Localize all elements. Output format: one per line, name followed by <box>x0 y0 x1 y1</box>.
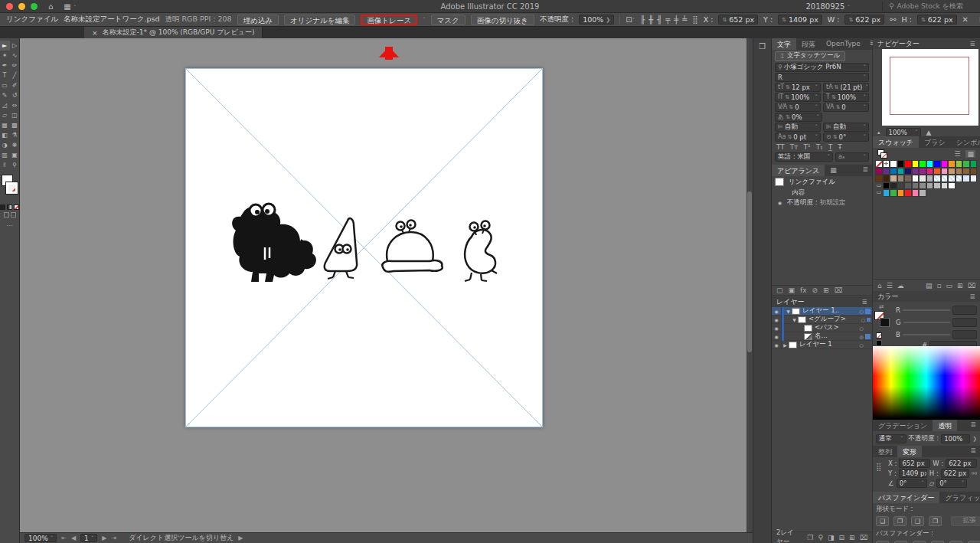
scale-tool[interactable]: ◿ <box>0 100 10 110</box>
new-fill-icon[interactable]: ▣ <box>789 286 795 294</box>
tab-gradient[interactable]: グラデーション <box>873 420 933 431</box>
minus-back-button[interactable]: ▥ <box>968 541 980 543</box>
eye-icon[interactable]: ◉ <box>772 307 782 316</box>
linked-file-name[interactable]: 名称未設定アートワーク.psd <box>64 15 159 25</box>
swatch[interactable] <box>890 175 897 182</box>
swatch[interactable] <box>948 168 956 175</box>
delete-layer-icon[interactable]: ⌧ <box>860 534 867 541</box>
artboard-tool[interactable]: ▣ <box>10 150 20 160</box>
curvature-tool[interactable]: ✏ <box>10 61 20 70</box>
shape-builder-tool[interactable]: ◫ <box>10 110 20 120</box>
align-hcenter-icon[interactable]: ╫ <box>648 15 653 24</box>
swap-colors-icon[interactable]: ⇄ <box>879 303 884 310</box>
new-swatch-icon[interactable]: ⊞ <box>957 282 963 289</box>
panel-menu-icon[interactable]: ≣ <box>966 446 980 457</box>
swatch[interactable] <box>933 168 941 175</box>
panel-menu-icon[interactable]: ≣ <box>861 298 867 306</box>
constrain-proportions-icon[interactable]: ⚯ <box>972 469 977 477</box>
swatch[interactable] <box>933 160 941 168</box>
expand-twist-icon[interactable]: ▼ <box>785 309 792 314</box>
tab-symbols[interactable]: シンボル <box>951 136 980 148</box>
swatch[interactable] <box>948 175 956 182</box>
rotate-tool[interactable]: ↺ <box>10 90 20 100</box>
image-trace-button[interactable]: 画像トレース <box>361 15 417 25</box>
swatch[interactable] <box>970 175 978 182</box>
next-artboard-icon[interactable]: ▶ <box>102 535 106 541</box>
small-caps-icon[interactable]: Tᴛ <box>790 143 799 151</box>
superscript-icon[interactable]: T¹ <box>804 143 811 151</box>
swatch[interactable] <box>926 168 934 175</box>
zoom-tool[interactable]: ⚲ <box>10 160 20 170</box>
tab-paragraph[interactable]: 段落 <box>796 38 821 50</box>
char-rotation-field[interactable]: ⊙⇅0°˅ <box>823 132 869 142</box>
delete-icon[interactable]: ⌧ <box>835 286 842 294</box>
swatch[interactable] <box>897 182 905 190</box>
shear-angle-field[interactable]: 0°˅ <box>936 479 967 488</box>
align-bottom-icon[interactable]: ╧ <box>682 15 687 24</box>
width-tool[interactable]: ⇔ <box>10 100 20 110</box>
tsume-field[interactable]: あ⇅0%˅ <box>775 113 822 122</box>
swatch[interactable] <box>970 160 978 168</box>
swatch[interactable] <box>919 160 926 168</box>
artboard[interactable] <box>185 68 543 427</box>
touch-type-tool-button[interactable]: ⌶ 文字タッチツール <box>775 51 845 61</box>
swatch[interactable] <box>941 175 949 182</box>
link-dimensions-icon[interactable]: ⚯ <box>890 15 896 24</box>
swatch[interactable] <box>904 182 912 190</box>
black-swatch[interactable] <box>876 340 882 346</box>
target-circle-icon[interactable]: ◎ <box>858 334 865 339</box>
paintbrush-tool[interactable]: ✐ <box>10 80 20 90</box>
swatch[interactable] <box>941 182 949 190</box>
swatch[interactable] <box>919 182 926 190</box>
target-circle-icon[interactable]: ○ <box>858 325 865 331</box>
appearance-row-link[interactable]: リンクファイル <box>789 178 835 187</box>
line-tool[interactable]: ╱ <box>10 70 20 80</box>
panel-menu-icon[interactable]: ≣ <box>966 420 980 431</box>
swatch[interactable] <box>883 189 890 197</box>
swatch[interactable] <box>941 168 949 175</box>
pencil-tool[interactable]: ✎ <box>0 90 10 100</box>
swatch[interactable] <box>956 168 963 175</box>
sync-cloud-icon[interactable]: ☁ <box>897 282 904 289</box>
swatch[interactable] <box>890 189 897 197</box>
w-field[interactable]: ⇅622 px <box>844 15 884 25</box>
channel-r-slider[interactable] <box>903 309 950 311</box>
align-right-icon[interactable]: ╢ <box>657 15 662 24</box>
zoom-level-field[interactable]: 100% ˅ <box>24 534 57 542</box>
tracking-field[interactable]: VA⇅0˅ <box>823 103 869 112</box>
font-style-select[interactable]: R˅ <box>775 73 869 82</box>
swatch[interactable] <box>948 160 956 168</box>
fill-stroke-control[interactable] <box>0 175 20 202</box>
screen-mode-button[interactable] <box>11 212 16 218</box>
swatch[interactable] <box>926 160 934 168</box>
vertical-scale-field[interactable]: IT⇅100%˅ <box>775 93 821 102</box>
direct-selection-tool[interactable]: ▷ <box>10 41 20 51</box>
transparency-expand-icon[interactable]: ❯ <box>972 436 977 442</box>
minus-front-button[interactable]: ❐ <box>893 516 906 526</box>
subscript-icon[interactable]: T₁ <box>816 143 823 151</box>
target-circle-icon[interactable]: ○ <box>858 342 865 348</box>
panel-menu-icon[interactable]: ≣ <box>858 165 872 176</box>
lasso-tool[interactable]: ∿ <box>10 51 20 61</box>
h-field[interactable]: ⇅622 px <box>917 15 957 25</box>
expand-twist-icon[interactable]: ▼ <box>791 317 798 322</box>
swatch[interactable] <box>912 168 920 175</box>
swatch[interactable] <box>883 175 890 182</box>
swatch[interactable] <box>962 160 970 168</box>
tab-graphic-styles[interactable]: グラフィックスタイル <box>939 492 980 503</box>
layer-name[interactable]: レイヤー 1 <box>799 340 832 349</box>
swatch-libraries-icon[interactable]: ⌂ <box>877 282 882 289</box>
leading-field[interactable]: tA⇅(21 pt)˅ <box>823 83 869 92</box>
swatch[interactable] <box>897 189 905 197</box>
selection-indicator[interactable] <box>865 342 871 348</box>
new-layer-icon[interactable]: ⊞ <box>849 534 855 541</box>
baseline-shift-field[interactable]: Aa⇅0 pt˅ <box>775 132 821 142</box>
swatch[interactable] <box>883 168 890 175</box>
tab-appearance[interactable]: アピアランス <box>772 165 825 176</box>
shear-icon[interactable]: ✕ <box>962 15 969 24</box>
align-top-icon[interactable]: ╤ <box>665 15 670 24</box>
color-spectrum[interactable] <box>873 346 980 420</box>
aki-left-select[interactable]: ⊨自動˅ <box>775 123 821 132</box>
duplicate-icon[interactable]: ⊞ <box>823 286 829 294</box>
intersect-button[interactable]: ❑ <box>911 516 924 526</box>
